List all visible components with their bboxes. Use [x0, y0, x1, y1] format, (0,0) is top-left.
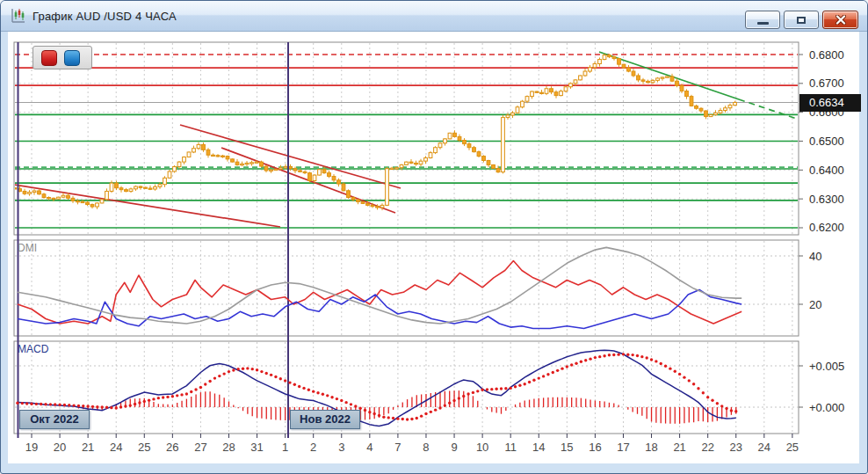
svg-text:27: 27: [194, 441, 206, 454]
svg-text:24: 24: [758, 441, 770, 454]
minimize-button[interactable]: [745, 11, 780, 29]
svg-text:14: 14: [532, 441, 545, 454]
svg-text:10: 10: [476, 441, 488, 454]
svg-text:18: 18: [645, 441, 657, 454]
month-label-oct: Окт 2022: [19, 410, 90, 429]
svg-text:25: 25: [138, 441, 150, 454]
svg-text:+0.000: +0.000: [809, 401, 844, 414]
svg-text:26: 26: [166, 441, 178, 454]
svg-text:19: 19: [25, 441, 38, 454]
svg-text:28: 28: [222, 441, 235, 454]
svg-text:21: 21: [673, 441, 685, 454]
svg-text:17: 17: [617, 441, 629, 454]
svg-text:16: 16: [589, 441, 601, 454]
macd-panel-label: MACD: [18, 343, 48, 355]
svg-text:1: 1: [282, 441, 288, 454]
svg-text:0.6200: 0.6200: [809, 221, 844, 234]
svg-text:3: 3: [338, 441, 344, 454]
minimize-icon: [757, 22, 769, 25]
window-title: График AUD /USD 4 ЧАСА: [33, 10, 177, 23]
chart-canvas[interactable]: 0.68000.67000.66000.65000.64000.63000.62…: [1, 1, 868, 474]
month-label-nov: Нов 2022: [290, 410, 360, 429]
svg-text:31: 31: [250, 441, 263, 454]
chart-window: 0.68000.67000.66000.65000.64000.63000.62…: [0, 0, 868, 474]
svg-text:25: 25: [786, 441, 799, 454]
svg-text:7: 7: [394, 441, 401, 454]
svg-text:8: 8: [423, 441, 429, 454]
svg-text:20: 20: [809, 298, 821, 311]
red-series-button[interactable]: [41, 50, 57, 66]
svg-text:0.6400: 0.6400: [809, 164, 844, 177]
price-panel[interactable]: [14, 42, 799, 235]
svg-text:0.6800: 0.6800: [809, 48, 844, 62]
close-icon: [835, 15, 846, 25]
window-titlebar[interactable]: График AUD /USD 4 ЧАСА: [1, 1, 867, 32]
svg-text:24: 24: [110, 441, 122, 454]
dmi-panel-label: DMI: [18, 242, 37, 254]
svg-text:+0.005: +0.005: [809, 360, 844, 373]
svg-text:15: 15: [561, 441, 573, 454]
svg-text:23: 23: [730, 441, 742, 454]
svg-text:9: 9: [451, 441, 457, 454]
chart-legend-toolbar: [33, 46, 92, 69]
blue-series-button[interactable]: [64, 50, 80, 66]
svg-text:20: 20: [54, 441, 66, 454]
chart-icon: [10, 7, 27, 25]
current-price-tag: 0.6634: [799, 94, 861, 112]
restore-button[interactable]: [784, 11, 819, 29]
svg-text:0.6300: 0.6300: [809, 193, 844, 206]
svg-text:4: 4: [366, 441, 373, 454]
window-controls: [745, 11, 858, 29]
svg-text:0.6500: 0.6500: [809, 135, 844, 148]
svg-text:11: 11: [504, 441, 517, 454]
svg-text:2: 2: [310, 441, 316, 454]
svg-text:0.6700: 0.6700: [809, 77, 844, 90]
close-button[interactable]: [822, 11, 858, 29]
restore-icon: [797, 17, 806, 24]
svg-text:40: 40: [809, 250, 821, 263]
svg-text:22: 22: [701, 441, 713, 454]
svg-text:21: 21: [82, 441, 94, 454]
